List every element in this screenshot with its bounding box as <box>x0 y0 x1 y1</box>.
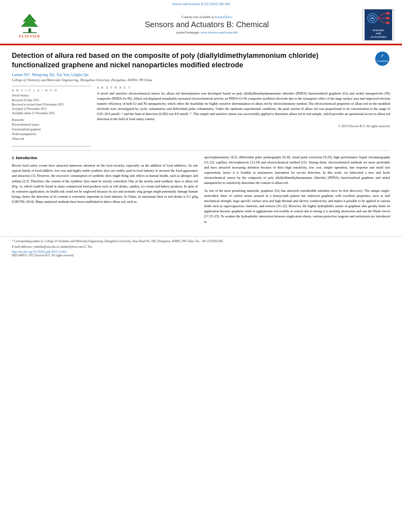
body-two-col: 1. Introduction Recent food safety event… <box>12 155 390 227</box>
footnote-text: * Corresponding author at: College of Ch… <box>12 239 390 243</box>
article-info-abstract-section: A R T I C L E I N F O Article history: R… <box>12 86 390 146</box>
svg-rect-1 <box>23 32 37 33</box>
sensors-logo-graphic <box>365 9 392 27</box>
keywords-group: Keywords: Electrochemical sensor Functio… <box>12 118 91 141</box>
header-inner: ELSEVIER Contents lists available at Sci… <box>8 7 394 42</box>
elsevier-logo: ELSEVIER <box>8 12 51 38</box>
keyword-2: Functionalized graphene <box>12 127 91 132</box>
body-left-col: 1. Introduction Recent food safety event… <box>12 155 198 227</box>
abstract-column: A B S T R A C T A novel and sensitive el… <box>97 86 390 146</box>
issn-line: 0925-4005/© 2015 Elsevier B.V. All right… <box>12 254 390 257</box>
svg-text:✓: ✓ <box>381 54 384 58</box>
sensors-actuators-logo: SENSORS AND ACTUATORS <box>363 9 394 41</box>
body-left-para1: Recent food safety events have attracted… <box>12 163 198 204</box>
article-info-column: A R T I C L E I N F O Article history: R… <box>12 86 91 146</box>
available-date: Available online 21 November 2015 <box>12 111 91 115</box>
journal-ref: Sensors and Actuators B 225 (2016) 398–4… <box>172 2 230 6</box>
keyword-3: Nickel nanoparticles <box>12 132 91 137</box>
copyright-line: © 2015 Elsevier B.V. All rights reserved… <box>97 124 390 128</box>
body-right-para2: As one of the most promising materials, … <box>204 188 390 224</box>
received-date: Received 24 June 2015 <box>12 98 91 102</box>
authors-line: Lanlan Yu*, Mengxing Shi, Xiu Yue, Lingb… <box>12 72 390 77</box>
svg-rect-0 <box>28 28 31 32</box>
article-body: Detection of allura red based on the com… <box>0 45 402 232</box>
body-right-para1: spectrophotometry [4,5], differential pu… <box>204 155 390 186</box>
affiliation-line: College of Chemistry and Molecular Engin… <box>12 78 390 82</box>
keyword-4: Allura red <box>12 137 91 141</box>
page-wrapper: Sensors and Actuators B 225 (2016) 398–4… <box>0 0 402 532</box>
article-title: Detection of allura red based on the com… <box>12 51 347 70</box>
authors-text[interactable]: Lanlan Yu*, Mengxing Shi, Xiu Yue, Lingb… <box>12 72 88 77</box>
svg-rect-8 <box>386 12 389 15</box>
section-divider <box>12 150 390 151</box>
svg-rect-9 <box>386 17 389 19</box>
history-group: Article history: Received 24 June 2015 R… <box>12 94 91 116</box>
svg-text:CrossMark: CrossMark <box>376 60 388 62</box>
abstract-label: A B S T R A C T <box>97 86 390 89</box>
crossmark-icon: ✓ CrossMark <box>374 51 390 67</box>
revised-date: Received in revised form 9 November 2015 <box>12 102 91 107</box>
sensors-logo-text: SENSORS AND ACTUATORS <box>365 27 392 40</box>
elsevier-tree-icon <box>17 12 43 33</box>
keywords-label: Keywords: <box>12 118 91 122</box>
journal-header: Sensors and Actuators B 225 (2016) 398–4… <box>0 0 402 44</box>
section1-heading: 1. Introduction <box>12 155 198 161</box>
homepage-link[interactable]: www.elsevier.com/locate/snb <box>201 31 238 34</box>
abstract-text: A novel and sensitive electrochemical se… <box>97 91 390 122</box>
article-info-box: A R T I C L E I N F O Article history: R… <box>12 86 91 146</box>
header-center: Contents lists available at ScienceDirec… <box>51 15 363 34</box>
elsevier-text-label: ELSEVIER <box>19 34 40 38</box>
homepage-line: journal homepage: www.elsevier.com/locat… <box>55 31 359 34</box>
doi-link[interactable]: http://dx.doi.org/10.1016/j.snb.2015.11.… <box>12 250 390 254</box>
title-section: Detection of allura red based on the com… <box>12 51 390 70</box>
accepted-date: Accepted 12 November 2015 <box>12 107 91 111</box>
sciencedirect-link[interactable]: ScienceDirect <box>215 15 233 19</box>
svg-point-7 <box>371 17 374 19</box>
contents-line: Contents lists available at ScienceDirec… <box>55 15 359 19</box>
article-info-label: A R T I C L E I N F O <box>12 89 91 92</box>
svg-rect-10 <box>386 22 389 24</box>
journal-title: Sensors and Actuators B: Chemical <box>55 20 359 29</box>
history-label: Article history: <box>12 94 91 97</box>
keyword-1: Electrochemical sensor <box>12 122 91 127</box>
body-right-col: spectrophotometry [4,5], differential pu… <box>204 155 390 227</box>
email-line: E-mail addresses: yulanlan@zzu.edu.cn, l… <box>12 245 390 249</box>
footer-area: * Corresponding author at: College of Ch… <box>0 236 402 260</box>
